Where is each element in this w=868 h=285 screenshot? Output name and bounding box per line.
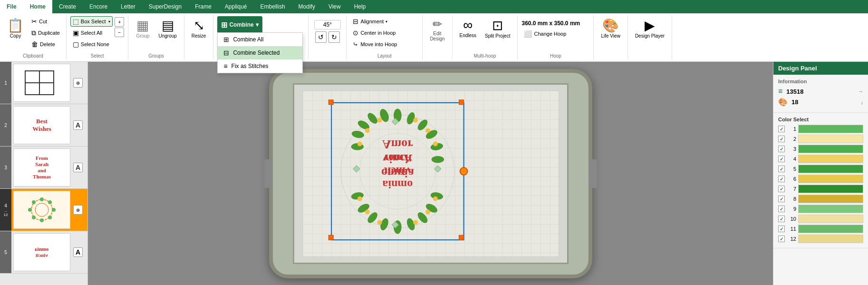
tab-superdesign[interactable]: SuperDesign [142, 0, 188, 13]
tab-encore[interactable]: Encore [83, 0, 114, 13]
select-add-button[interactable]: + [115, 17, 124, 27]
color-swatch-6[interactable] [798, 175, 863, 183]
color-swatch-8[interactable] [798, 195, 863, 203]
color-check-9[interactable]: ✓ [778, 206, 785, 212]
delete-button[interactable]: 🗑 Delete [29, 39, 62, 49]
color-check-6[interactable]: ✓ [778, 176, 785, 182]
rotate-ccw-button[interactable]: ↺ [315, 31, 327, 43]
design-num-3: 3 [0, 147, 11, 188]
life-view-button[interactable]: 🎨 Life View [598, 16, 623, 40]
design-action-2: A [72, 120, 84, 130]
box-select-icon: ⬚ [73, 18, 79, 25]
color-swatch-12[interactable] [798, 235, 863, 243]
design-3-label-btn[interactable]: A [73, 163, 83, 172]
design-item-1[interactable]: 1 ⊕ [0, 62, 87, 104]
color-check-5[interactable]: ✓ [778, 166, 785, 172]
select-all-button[interactable]: ▣ Select All [70, 28, 113, 38]
layout-label: Layout [350, 52, 418, 59]
design-thumb-5: omniavincit [13, 233, 70, 271]
tab-file[interactable]: File [0, 0, 23, 13]
design-1-action-btn[interactable]: ⊕ [73, 78, 83, 88]
split-project-button[interactable]: ⊡ Split Project [482, 16, 513, 40]
group-button[interactable]: ▦ Group [132, 16, 153, 40]
select-sub-button[interactable]: − [115, 28, 124, 37]
color-swatch-4[interactable] [798, 155, 863, 163]
canvas-area[interactable]: omnia vincit Amor omnia vincit Amor [88, 62, 773, 285]
design-item-3[interactable]: 3 FromSarahandThomas A [0, 147, 87, 189]
color-swatch-7[interactable] [798, 185, 863, 193]
color-check-12[interactable]: ✓ [778, 236, 785, 242]
angle-input[interactable] [314, 20, 341, 29]
color-check-4[interactable]: ✓ [778, 156, 785, 162]
color-check-10[interactable]: ✓ [778, 216, 785, 222]
combine-selected-item[interactable]: ⊟ Combine Selected [218, 46, 302, 59]
endless-label: Endless [460, 33, 477, 38]
cut-icon: ✂ [31, 18, 37, 25]
design-5-label-btn[interactable]: A [73, 247, 83, 257]
multi-hoop-label: Multi-hoop [456, 52, 514, 59]
color-check-1[interactable]: ✓ [778, 126, 785, 132]
fix-as-stitches-item[interactable]: ≡ Fix as Stitches [218, 59, 302, 73]
edit-design-button[interactable]: ✏ EditDesign [426, 16, 448, 43]
svg-point-13 [32, 200, 36, 204]
svg-point-49 [425, 209, 430, 214]
change-hoop-button[interactable]: ⬜ Change Hoop [521, 29, 569, 39]
tab-modify[interactable]: Modify [292, 0, 322, 13]
box-select-button[interactable]: ⬚ Box Select ▾ [70, 16, 113, 27]
color-swatch-5[interactable] [798, 165, 863, 173]
endless-button[interactable]: ∞ Endless [456, 16, 480, 39]
tab-frame[interactable]: Frame [188, 0, 218, 13]
combine-all-item[interactable]: ⊞ Combine All [218, 33, 302, 46]
tab-letter[interactable]: Letter [114, 0, 142, 13]
ungroup-button[interactable]: ▤ Ungroup [155, 16, 180, 40]
design-item-4[interactable]: 4...12 ⊕ [0, 189, 87, 231]
color-swatch-10[interactable] [798, 215, 863, 223]
rotate-cw-button[interactable]: ↻ [328, 31, 340, 43]
design-4-action-btn[interactable]: ⊕ [73, 205, 83, 215]
color-row-6: ✓ 6 [778, 174, 863, 184]
color-num-8: 8 [787, 196, 796, 202]
color-swatch-1[interactable] [798, 125, 863, 133]
color-check-8[interactable]: ✓ [778, 196, 785, 202]
cut-button[interactable]: ✂ Cut [29, 16, 62, 27]
tab-help[interactable]: Help [347, 0, 373, 13]
life-view-label: Life View [601, 33, 620, 39]
color-swatch-3[interactable] [798, 145, 863, 153]
box-select-dropdown: ▾ [108, 20, 110, 24]
alignment-button[interactable]: ⊟ Alignment ▾ [350, 16, 390, 27]
svg-rect-1 [39, 71, 54, 83]
resize-button[interactable]: ⤡ Resize [188, 16, 210, 40]
duplicate-button[interactable]: ⧉ Duplicate [29, 28, 62, 38]
color-check-2[interactable]: ✓ [778, 136, 785, 142]
svg-point-52 [357, 196, 362, 201]
color-swatch-11[interactable] [798, 225, 863, 233]
color-check-7[interactable]: ✓ [778, 186, 785, 192]
group-multi-hoop: ∞ Endless ⊡ Split Project Multi-hoop [453, 15, 518, 59]
svg-rect-16 [459, 99, 463, 104]
combine-dropdown-button[interactable]: ⊞ Combine ▾ [217, 16, 262, 33]
color-row-2: ✓ 2 [778, 134, 863, 144]
design-2-label-btn[interactable]: A [73, 120, 83, 130]
select-none-button[interactable]: ▢ Select None [70, 39, 113, 49]
svg-point-7 [48, 200, 52, 204]
hoop-canvas[interactable]: omnia vincit Amor omnia vincit Amor [302, 90, 559, 257]
design-item-5[interactable]: 5 omniavincit A [0, 231, 87, 274]
copy-button[interactable]: 📋 Copy [4, 16, 27, 40]
svg-text:Amor: Amor [382, 138, 413, 151]
tab-create[interactable]: Create [52, 0, 83, 13]
center-in-hoop-button[interactable]: ⊙ Center in Hoop [350, 28, 398, 38]
svg-rect-17 [328, 235, 333, 240]
fix-as-stitches-label: Fix as Stitches [231, 63, 269, 69]
color-check-11[interactable]: ✓ [778, 226, 785, 232]
color-swatch-9[interactable] [798, 205, 863, 213]
color-swatch-2[interactable] [798, 135, 863, 143]
design-player-button[interactable]: ▶ Design Player [632, 16, 668, 40]
move-into-hoop-button[interactable]: ⤷ Move into Hoop [350, 39, 399, 49]
color-check-3[interactable]: ✓ [778, 146, 785, 152]
tab-applique[interactable]: Appliqué [218, 0, 254, 13]
tab-home[interactable]: Home [23, 0, 52, 13]
color-row-5: ✓ 5 [778, 164, 863, 174]
tab-view[interactable]: View [322, 0, 347, 13]
tab-embellish[interactable]: Embellish [254, 0, 292, 13]
design-item-2[interactable]: 2 BestWishes A [0, 104, 87, 147]
